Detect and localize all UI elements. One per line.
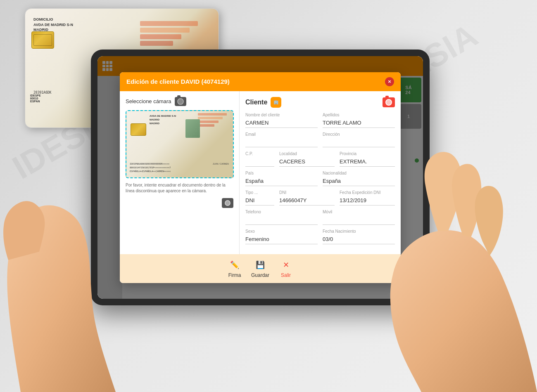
id-preview-chip	[131, 123, 146, 136]
id-preview-stripes	[198, 113, 231, 138]
guardar-button[interactable]: 💾 Guardar	[251, 259, 269, 278]
modal-title: Edición de cliente DAVID (4074129)	[126, 78, 230, 85]
camera-icon[interactable]	[175, 97, 186, 106]
id-card-chip	[31, 31, 54, 49]
form-title-row: Cliente 🏢	[245, 97, 281, 108]
firma-button[interactable]: ✏️ Firma	[228, 259, 241, 278]
tipo-group: Tipo ... DNI NIE Pasaporte	[245, 190, 274, 205]
tipo-label: Tipo ...	[245, 190, 274, 195]
right-hand	[289, 83, 537, 392]
form-title: Cliente	[245, 99, 267, 106]
guardar-label: Guardar	[251, 272, 269, 278]
camera-select-label: Seleccione cámara	[126, 98, 171, 104]
cp-input[interactable]	[245, 157, 274, 167]
firma-icon: ✏️	[228, 259, 241, 271]
cp-group: C.P.	[245, 151, 274, 167]
id-preview-address: AVDA DE MADRID S-N MADRID MADRID	[150, 114, 176, 125]
cp-label: C.P.	[245, 151, 274, 156]
client-icon: 🏢	[271, 97, 281, 108]
id-card-number: 28391A6DK	[33, 91, 51, 94]
camera-select-row: Seleccione cámara	[126, 97, 233, 106]
left-hand	[0, 136, 207, 392]
firma-label: Firma	[228, 272, 241, 278]
id-preview-name: JUAN / CARMEN	[213, 163, 229, 165]
tipo-select[interactable]: DNI NIE Pasaporte	[245, 196, 274, 205]
id-preview-photo	[185, 119, 200, 138]
guardar-icon: 💾	[254, 259, 267, 271]
capture-button[interactable]	[222, 198, 233, 208]
